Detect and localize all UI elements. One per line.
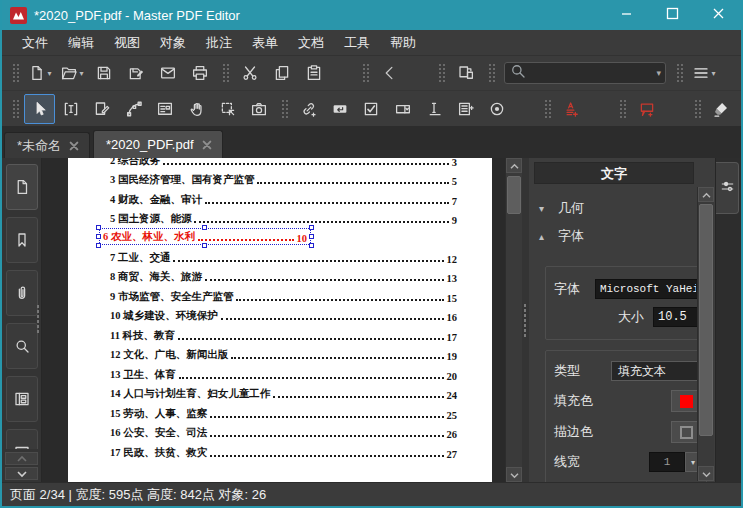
tab-2020-pdf[interactable]: *2020_PDF.pdf: [93, 130, 222, 158]
page-thumbnails-button[interactable]: [6, 164, 38, 210]
doc-scroll-up-button[interactable]: [506, 158, 522, 173]
menu-view[interactable]: 视图: [104, 30, 150, 56]
toc-line[interactable]: 11 科技、教育17: [110, 323, 457, 343]
selection-handle[interactable]: [96, 243, 101, 248]
search-panel-button[interactable]: [6, 323, 38, 369]
document-page[interactable]: 2 综合政务33 国民经济管理、国有资产监管54 财政、金融、审计75 国土资源…: [68, 158, 492, 482]
toolbar-drag-handle[interactable]: [675, 62, 683, 84]
select-tool-button[interactable]: [24, 94, 55, 124]
main-menu-button[interactable]: ▾: [688, 58, 720, 88]
selection-handle[interactable]: [202, 243, 207, 248]
attachments-button[interactable]: [6, 270, 38, 316]
back-button[interactable]: [374, 58, 406, 88]
selection-handle[interactable]: [202, 225, 207, 230]
toc-line[interactable]: 3 国民经济管理、国有资产监管5: [110, 168, 457, 188]
toc-line[interactable]: 9 市场监管、安全生产监管15: [110, 284, 457, 304]
hand-tool-button[interactable]: [181, 94, 212, 124]
edit-object-tool-button[interactable]: [87, 94, 118, 124]
toolbar-drag-handle[interactable]: [543, 98, 551, 120]
selection-handle[interactable]: [96, 225, 101, 230]
close-button[interactable]: [695, 0, 741, 30]
form-fields-panel-button[interactable]: [6, 376, 38, 422]
toc-line[interactable]: 10 城乡建设、环境保护16: [110, 304, 457, 324]
bookmarks-button[interactable]: [6, 217, 38, 263]
edit-path-tool-button[interactable]: [118, 94, 149, 124]
maximize-button[interactable]: [649, 0, 695, 30]
callout-tool-button[interactable]: [631, 94, 662, 124]
doc-scrollbar-track[interactable]: [506, 173, 522, 467]
cut-button[interactable]: [234, 58, 266, 88]
menu-object[interactable]: 对象: [150, 30, 196, 56]
select-area-tool-button[interactable]: [212, 94, 243, 124]
toolbar-drag-handle[interactable]: [487, 62, 495, 84]
open-folder-button[interactable]: ▾: [56, 58, 88, 88]
search-input[interactable]: [527, 66, 656, 80]
toc-line[interactable]: 17 民政、扶贫、救灾27: [110, 440, 457, 460]
panel-scrollbar[interactable]: [697, 187, 714, 481]
document-scrollbar[interactable]: [505, 158, 522, 482]
text-attributes-tool-button[interactable]: [556, 94, 587, 124]
doc-scroll-down-button[interactable]: [506, 467, 522, 482]
menu-tools[interactable]: 工具: [334, 30, 380, 56]
checkbox-tool-button[interactable]: [356, 94, 387, 124]
doc-scrollbar-thumb[interactable]: [507, 176, 521, 214]
text-field-tool-button[interactable]: [324, 94, 355, 124]
menu-edit[interactable]: 编辑: [58, 30, 104, 56]
line-width-input[interactable]: [649, 452, 685, 472]
toolbar-drag-handle[interactable]: [361, 62, 369, 84]
eraser-tool-button[interactable]: [706, 94, 737, 124]
link-tool-button[interactable]: [293, 94, 324, 124]
font-family-input[interactable]: [595, 279, 701, 299]
paste-button[interactable]: [298, 58, 330, 88]
edit-forms-tool-button[interactable]: [149, 94, 180, 124]
panel-scroll-down-button[interactable]: [698, 466, 714, 481]
toc-line[interactable]: 2 综合政务3: [110, 158, 457, 168]
panel-scrollbar-track[interactable]: [698, 202, 714, 466]
edit-text-tool-button[interactable]: [55, 94, 86, 124]
menu-document[interactable]: 文档: [288, 30, 334, 56]
toc-line[interactable]: 14 人口与计划生育、妇女儿童工作24: [110, 382, 457, 402]
tab-untitled[interactable]: *未命名: [4, 132, 90, 158]
panel-scroll-up-button[interactable]: [698, 187, 714, 202]
menu-help[interactable]: 帮助: [380, 30, 426, 56]
toolbar-drag-handle[interactable]: [11, 98, 19, 120]
sidebar-scroll-up-button[interactable]: [5, 452, 38, 465]
close-tab-icon[interactable]: [202, 140, 212, 150]
toc-line[interactable]: 13 卫生、体育20: [110, 362, 457, 382]
menu-comment[interactable]: 批注: [196, 30, 242, 56]
email-button[interactable]: [152, 58, 184, 88]
toc-line[interactable]: 6 农业、林业、水利10: [99, 228, 311, 245]
listbox-tool-button[interactable]: [450, 94, 481, 124]
panel-splitter[interactable]: [522, 158, 529, 482]
toc-line[interactable]: 8 商贸、海关、旅游13: [110, 265, 457, 285]
selection-handle[interactable]: [309, 243, 314, 248]
print-button[interactable]: [184, 58, 216, 88]
section-font[interactable]: ▴ 字体: [537, 222, 713, 250]
font-size-input[interactable]: [653, 307, 701, 327]
type-select[interactable]: 填充文本: [611, 361, 701, 381]
selection-handle[interactable]: [309, 234, 314, 239]
sidebar-resize-grip[interactable]: [36, 304, 41, 334]
section-geometry[interactable]: ▾ 几何: [537, 194, 713, 222]
save-button[interactable]: [88, 58, 120, 88]
toc-line[interactable]: 15 劳动、人事、监察25: [110, 401, 457, 421]
switch-view-button[interactable]: [450, 58, 482, 88]
selection-handle[interactable]: [309, 225, 314, 230]
toc-line[interactable]: 4 财政、金融、审计7: [110, 187, 457, 207]
menu-file[interactable]: 文件: [12, 30, 58, 56]
close-tab-icon[interactable]: [69, 141, 79, 151]
toolbar-drag-handle[interactable]: [11, 62, 19, 84]
toolbar-drag-handle[interactable]: [618, 98, 626, 120]
menu-forms[interactable]: 表单: [242, 30, 288, 56]
minimize-button[interactable]: [603, 0, 649, 30]
toolbar-drag-handle[interactable]: [221, 62, 229, 84]
properties-panel-tab[interactable]: [716, 162, 739, 214]
toolbar-drag-handle[interactable]: [280, 98, 288, 120]
save-as-button[interactable]: [120, 58, 152, 88]
combobox-tool-button[interactable]: [387, 94, 418, 124]
new-document-button[interactable]: ▾: [24, 58, 56, 88]
toc-line[interactable]: 5 国土资源、能源9: [110, 207, 457, 227]
selection-handle[interactable]: [96, 234, 101, 239]
panel-scrollbar-thumb[interactable]: [699, 204, 713, 436]
sidebar-scroll-down-button[interactable]: [5, 467, 38, 480]
